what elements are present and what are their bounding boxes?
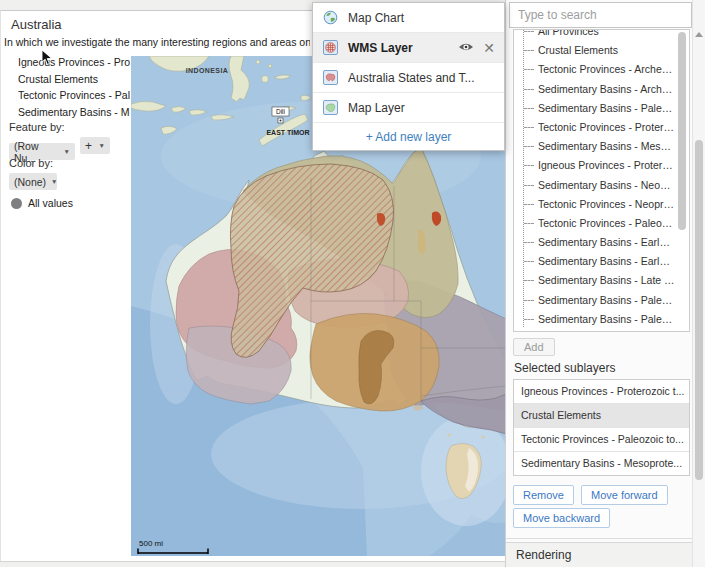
page-description: In which we investigate the many interes…	[4, 36, 310, 48]
bottom-strip	[0, 561, 505, 567]
mouse-cursor-icon	[41, 49, 54, 67]
legend-item: Sedimentary Basins - Meso	[18, 104, 130, 121]
move-forward-button[interactable]: Move forward	[581, 485, 668, 505]
sublayer-tree-item[interactable]: Sedimentary Basins - Late Pale...	[523, 271, 675, 290]
add-column-button[interactable]: + ▼	[80, 137, 110, 154]
sublayer-tree-item[interactable]: Sedimentary Basins - Early to L...	[523, 252, 675, 271]
layer-label: Map Chart	[348, 11, 404, 25]
legend-item: Crustal Elements	[18, 71, 130, 88]
panel-scrollbar-thumb[interactable]	[695, 140, 703, 480]
sublayer-tree-item[interactable]: Tectonic Provinces - Archean to...	[523, 60, 675, 79]
bass-strait-island	[447, 433, 450, 436]
wms-settings-sidebar: All Provinces Crustal Elements Tectonic …	[505, 0, 705, 567]
layer-row-map-layer[interactable]: Map Layer	[313, 93, 504, 123]
sublayer-tree-item[interactable]: Tectonic Provinces - Paleozoic t...	[523, 214, 675, 233]
sublayer-tree-item[interactable]: All Provinces	[523, 29, 675, 41]
tree-scrollbar-thumb[interactable]	[678, 32, 686, 230]
layers-popup: Map Chart WMS Layer ✕	[312, 2, 505, 151]
color-by-dropdown[interactable]: (None) ▼	[9, 173, 57, 190]
sublayer-tree-item[interactable]: Sedimentary Basins - Early Pal...	[523, 233, 675, 252]
layer-label: Australia States and T...	[348, 71, 475, 85]
feature-by-control: Feature by: (Row Nu... ▼ + ▼	[9, 121, 110, 160]
selected-sublayer-row[interactable]: Tectonic Provinces - Paleozoic to...	[514, 428, 689, 452]
sublayer-tree-box: All Provinces Crustal Elements Tectonic …	[513, 29, 690, 332]
section-divider	[506, 538, 693, 539]
sublayer-tree-item[interactable]: Sedimentary Basins - Paleozoic...	[523, 291, 675, 310]
indonesia-label: INDONESIA	[186, 67, 229, 74]
feature-layer-icon	[323, 70, 338, 85]
selected-sublayer-row[interactable]: Igneous Provinces - Proterozoic t...	[514, 380, 689, 404]
selected-sublayers-label: Selected sublayers	[514, 361, 615, 375]
sublayer-tree: All Provinces Crustal Elements Tectonic …	[514, 29, 689, 329]
chevron-down-icon: ▼	[99, 142, 105, 149]
color-by-control: Color by: (None) ▼	[9, 157, 57, 190]
selected-sublayer-row[interactable]: Sedimentary Basins - Mesoprote...	[514, 452, 689, 475]
visibility-eye-icon[interactable]	[458, 41, 474, 55]
search-input[interactable]	[509, 2, 692, 28]
sublayer-tree-item[interactable]: Tectonic Provinces - Neoproter...	[523, 195, 675, 214]
page-title: Australia	[11, 17, 62, 32]
selected-sublayer-row[interactable]: Crustal Elements	[514, 404, 689, 428]
sublayer-tree-item[interactable]: Sedimentary Basins - Paleoprot...	[523, 99, 675, 118]
dili-label: Dili	[276, 108, 285, 115]
app-window: Australia In which we investigate the ma…	[0, 0, 705, 567]
bass-strait-island	[481, 435, 484, 438]
globe-icon	[323, 10, 338, 25]
add-sublayer-button[interactable]: Add	[513, 338, 555, 356]
scroll-up-arrow-icon[interactable]	[695, 32, 703, 37]
layer-row-wms-layer[interactable]: WMS Layer ✕	[313, 33, 504, 63]
sublayer-tree-item[interactable]: Tectonic Provinces - Proterozoic	[523, 118, 675, 137]
legend-item: Tectonic Provinces - Paleoz	[18, 87, 130, 104]
sublayer-tree-item[interactable]: Sedimentary Basins - Archean t...	[523, 80, 675, 99]
selected-sublayers-list: Igneous Provinces - Proterozoic t... Cru…	[513, 379, 690, 476]
rendering-section-header[interactable]: Rendering	[506, 542, 693, 567]
map-layer-icon	[323, 100, 338, 115]
layer-label: Map Layer	[348, 101, 405, 115]
scale-label: 500 mi	[139, 539, 163, 548]
all-values-legend-entry[interactable]: All values	[11, 197, 73, 209]
sublayer-tree-item[interactable]: Sedimentary Basins - Paleozoic...	[523, 310, 675, 329]
rendering-label: Rendering	[516, 548, 571, 562]
feature-by-label: Feature by:	[9, 121, 110, 133]
layer-label: WMS Layer	[348, 41, 413, 55]
wms-layer-icon	[323, 40, 338, 55]
all-values-color-dot	[11, 198, 22, 209]
close-icon[interactable]: ✕	[483, 41, 495, 55]
sublayer-tree-item[interactable]: Igneous Provinces - Proterozoi...	[523, 156, 675, 175]
layer-row-australia-states[interactable]: Australia States and T...	[313, 63, 504, 93]
legend-item: Igneous Provinces - Protero	[18, 54, 130, 71]
panel-scrollbar[interactable]	[692, 0, 705, 567]
sublayer-tree-item[interactable]: Crustal Elements	[523, 41, 675, 60]
all-values-label: All values	[28, 197, 73, 209]
add-new-layer-button[interactable]: + Add new layer	[313, 123, 504, 150]
plus-icon: +	[85, 139, 92, 153]
sublayer-tree-item[interactable]: Sedimentary Basins - Neoprote...	[523, 176, 675, 195]
chevron-down-icon: ▼	[51, 178, 57, 185]
legend: Igneous Provinces - Protero Crustal Elem…	[18, 54, 130, 120]
color-by-value: (None)	[14, 176, 46, 188]
chevron-down-icon: ▼	[64, 148, 70, 155]
sublayer-tree-item[interactable]: Sedimentary Basins - Mesoprot...	[523, 137, 675, 156]
layer-row-map-chart[interactable]: Map Chart	[313, 3, 504, 33]
remove-button[interactable]: Remove	[513, 485, 574, 505]
color-by-label: Color by:	[9, 157, 57, 169]
move-backward-button[interactable]: Move backward	[513, 508, 610, 528]
east-timor-label: EAST TIMOR	[266, 129, 309, 136]
